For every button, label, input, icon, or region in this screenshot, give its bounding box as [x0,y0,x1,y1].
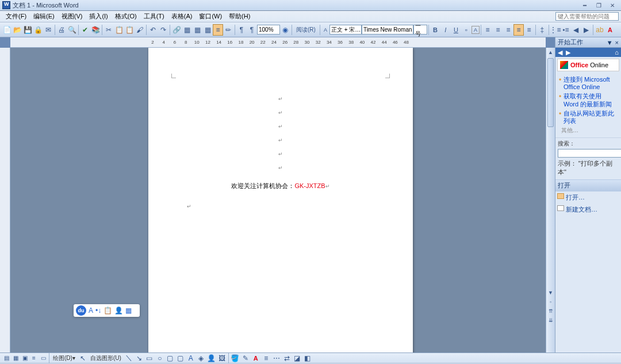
save-button[interactable]: 💾 [22,24,33,36]
menu-format[interactable]: 格式(O) [112,11,140,22]
excel-button[interactable]: ▦ [202,24,213,36]
highlight-button[interactable]: ab [595,24,605,36]
wordart-button[interactable]: A [186,352,196,364]
ft-user-button[interactable]: 👤 [114,306,123,315]
line-style-button[interactable]: ≡ [261,352,271,364]
help-search-input[interactable] [555,12,619,21]
next-page-button[interactable]: ⇊ [546,316,555,325]
oval-button[interactable]: ○ [155,352,165,364]
web-view-button[interactable]: ▦ [11,354,20,362]
doc-map-button[interactable]: ¶ [236,24,247,36]
decrease-indent-button[interactable]: ◀ [571,24,581,36]
scroll-down-arrow[interactable]: ▼ [546,288,555,297]
print-view-button[interactable]: ▣ [20,354,29,362]
paste-button[interactable]: 📋 [124,24,135,36]
arrow-style-button[interactable]: ⇄ [282,352,292,364]
close-button[interactable]: ✕ [606,1,619,9]
draw-button[interactable]: 绘图(D)▾ [51,354,78,362]
prev-page-button[interactable]: ⇈ [546,306,555,316]
read-layout-button[interactable]: 阅读(R) [293,24,319,36]
floating-mini-toolbar[interactable]: du A •↓ 📋 👤 ▦ [74,304,140,317]
print-preview-button[interactable]: 🔍 [67,24,77,36]
new-doc-button[interactable]: 📄 [2,24,12,36]
border-button[interactable]: ▫ [461,24,471,36]
browse-object-button[interactable]: ◦ [546,297,555,306]
textbox-button[interactable]: ▢ [165,352,175,364]
minimize-button[interactable]: ━ [578,1,591,9]
task-pane-close-button[interactable]: × [615,39,619,46]
vertical-scrollbar[interactable]: ▲ ▼ ◦ ⇈ ⇊ [546,48,555,352]
outline-view-button[interactable]: ≡ [29,354,39,362]
document-text[interactable]: 欢迎关注计算机协会：GK-JXTZB↵ [180,179,381,191]
tables-borders-button[interactable]: ▦ [182,24,192,36]
align-center-button[interactable]: ≡ [493,24,503,36]
menu-tools[interactable]: 工具(T) [140,11,168,22]
menu-help[interactable]: 帮助(H) [225,11,254,22]
line-spacing-button[interactable]: ‡ [537,24,547,36]
styles-button[interactable]: A [321,24,329,36]
tp-link-update[interactable]: 自动从网站更新此列表 [564,110,618,125]
tp-link-news[interactable]: 获取有关使用 Word 的最新新闻 [564,93,618,108]
autoshapes-button[interactable]: 自选图形(U) [88,354,124,362]
tp-link-other[interactable]: 其他… [561,127,618,135]
drawing-button[interactable]: ✏ [223,24,233,36]
permission-button[interactable]: 🔒 [33,24,43,36]
new-document-link[interactable]: 新建文档… [555,204,621,216]
task-pane-search-input[interactable] [558,149,621,158]
print-button[interactable]: 🖨 [56,24,67,36]
ft-copy-button[interactable]: 📋 [103,306,112,315]
horizontal-ruler[interactable]: 2468101214161820222426283032343638404244… [10,37,546,48]
font-color-button[interactable]: A [605,24,615,36]
mail-button[interactable]: ✉ [43,24,53,36]
ft-grid-button[interactable]: ▦ [125,306,132,315]
vertical-ruler[interactable] [0,48,10,352]
diagram-button[interactable]: ◈ [196,352,206,364]
format-painter-button[interactable]: 🖌 [135,24,145,36]
char-border-button[interactable]: A [471,26,480,34]
bullets-button[interactable]: ⦁≡ [561,24,571,36]
fill-color-button[interactable]: 🪣 [230,352,240,364]
style-combo[interactable]: 正文 + 宋… [329,25,362,35]
rectangle-button[interactable]: ▭ [144,352,155,364]
shadow-button[interactable]: ◪ [292,352,302,364]
menu-insert[interactable]: 插入(I) [86,11,111,22]
zoom-combo[interactable]: 100% [257,25,280,35]
du-icon[interactable]: du [76,305,86,316]
spelling-button[interactable]: ✔ [80,24,90,36]
italic-button[interactable]: I [440,24,451,36]
tp-link-connect[interactable]: 连接到 Microsoft Office Online [564,76,618,91]
normal-view-button[interactable]: ▤ [2,354,11,362]
office-online-banner[interactable]: Office Office OnlineOnline [557,59,619,71]
vert-textbox-button[interactable]: ▢ [175,352,186,364]
dash-style-button[interactable]: ⋯ [271,352,282,364]
nav-forward-button[interactable]: ▶ [566,49,570,56]
show-marks-button[interactable]: ¶ [247,24,257,36]
menu-file[interactable]: 文件(F) [2,11,30,22]
hyperlink-button[interactable]: 🔗 [171,24,182,36]
open-button[interactable]: 📂 [12,24,22,36]
menu-window[interactable]: 窗口(W) [195,11,225,22]
underline-button[interactable]: U [451,24,461,36]
nav-home-button[interactable]: ⌂ [615,49,619,56]
help-button[interactable]: ◉ [280,24,290,36]
menu-edit[interactable]: 编辑(E) [30,11,58,22]
menu-view[interactable]: 视图(V) [58,11,86,22]
bold-button[interactable]: B [430,24,440,36]
line-color-button[interactable]: ✎ [240,352,251,364]
font-combo[interactable]: Times New Roman [362,25,413,35]
arrow-button[interactable]: ↘ [134,352,144,364]
nav-back-button[interactable]: ◀ [558,49,562,56]
3d-button[interactable]: ◧ [302,352,313,364]
increase-indent-button[interactable]: ▶ [581,24,592,36]
line-button[interactable]: ＼ [124,352,134,364]
align-right-button[interactable]: ≡ [503,24,513,36]
ft-translate-button[interactable]: •↓ [95,306,101,315]
columns-button[interactable]: ≡ [213,24,223,36]
page[interactable]: ↵ ↵ ↵ ↵ ↵ ↵ 欢迎关注计算机协会：GK-JXTZB↵ ↵ [148,48,413,352]
research-button[interactable]: 📚 [90,24,101,36]
task-pane-dropdown[interactable]: ▼ [607,39,613,46]
document-canvas[interactable]: ↵ ↵ ↵ ↵ ↵ ↵ 欢迎关注计算机协会：GK-JXTZB↵ ↵ du A [10,48,546,352]
font-color-draw-button[interactable]: A [251,352,261,364]
menu-table[interactable]: 表格(A) [168,11,196,22]
picture-button[interactable]: 🖼 [217,352,227,364]
